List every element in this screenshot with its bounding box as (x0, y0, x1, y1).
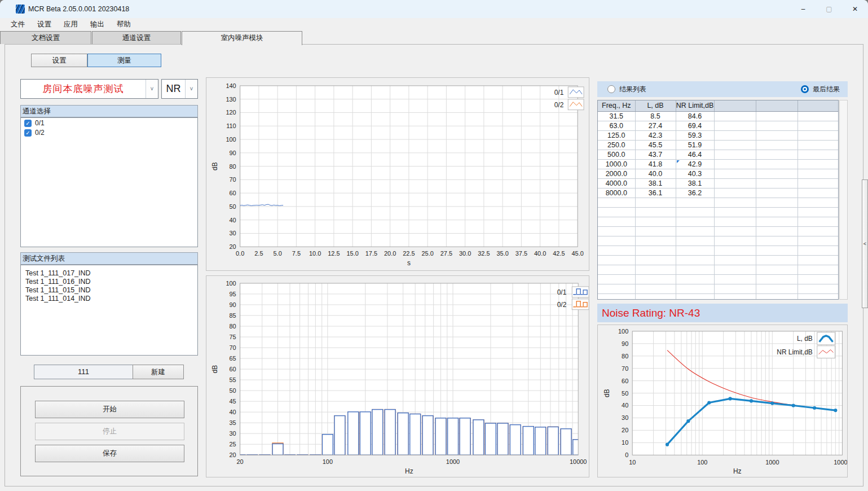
table-cell: 2000.0 (598, 169, 635, 178)
table-cell: 27.4 (635, 121, 676, 130)
table-cell (797, 150, 839, 159)
table-cell (714, 111, 756, 121)
svg-text:L, dB: L, dB (797, 335, 813, 343)
table-row-empty (598, 207, 839, 217)
table-cell (797, 130, 839, 140)
table-row[interactable]: 500.043.746.4 (598, 150, 839, 159)
svg-text:0/2: 0/2 (557, 301, 567, 309)
table-cell (635, 217, 676, 226)
table-cell: 59.3 (676, 130, 714, 140)
menu-item-1[interactable]: 设置 (31, 18, 58, 31)
test-type-combo[interactable]: 房间本底噪声测试 ˅ (20, 79, 158, 99)
table-cell (676, 284, 714, 293)
svg-text:30: 30 (229, 430, 236, 437)
collapse-panel-button[interactable]: < (862, 179, 868, 308)
checkbox-icon[interactable]: ✓ (24, 129, 32, 137)
save-button[interactable]: 保存 (35, 445, 184, 462)
file-item-0[interactable]: Test 1_111_017_IND (21, 269, 197, 277)
table-cell (676, 198, 714, 207)
menu-bar: 文件设置应用输出帮助 (0, 18, 868, 31)
chevron-down-icon[interactable]: ˅ (185, 80, 197, 98)
radio-last-result[interactable]: 最后结果 (801, 85, 840, 94)
file-item-2[interactable]: Test 1_111_015_IND (21, 286, 197, 294)
start-button[interactable]: 开始 (35, 401, 184, 418)
minimize-button[interactable]: – (790, 0, 816, 18)
table-row-empty (598, 226, 839, 236)
radio-off-icon[interactable] (607, 85, 615, 93)
svg-text:30.0: 30.0 (459, 250, 471, 257)
table-cell (756, 284, 797, 293)
svg-text:25: 25 (229, 441, 236, 448)
checkbox-icon[interactable]: ✓ (24, 120, 32, 127)
table-cell (797, 236, 839, 246)
table-row[interactable]: 31.58.584.6 (598, 111, 839, 121)
channel-list[interactable]: ✓0/1✓0/2 (20, 117, 198, 247)
file-item-3[interactable]: Test 1_111_014_IND (21, 294, 197, 303)
table-cell: 45.5 (635, 140, 676, 150)
test-name-input[interactable]: 111 (34, 365, 133, 379)
table-row[interactable]: 1000.041.842.9 (598, 159, 839, 169)
svg-text:40: 40 (622, 402, 628, 409)
table-cell (756, 111, 797, 121)
file-list[interactable]: Test 1_111_017_INDTest 1_111_016_INDTest… (20, 265, 198, 356)
file-item-1[interactable]: Test 1_111_016_IND (21, 277, 197, 286)
table-cell: 8000.0 (598, 188, 635, 198)
table-cell (635, 236, 676, 246)
table-cell (797, 178, 839, 188)
table-row[interactable]: 4000.038.138.1 (598, 178, 839, 188)
close-button[interactable]: ✕ (842, 0, 868, 18)
channel-item-0[interactable]: ✓0/1 (21, 118, 197, 128)
radio-on-icon[interactable] (801, 85, 809, 93)
tab-settings[interactable]: 设置 (31, 54, 87, 67)
menu-item-2[interactable]: 应用 (58, 18, 84, 31)
chevron-down-icon[interactable]: ˅ (146, 80, 158, 98)
table-cell (635, 246, 676, 255)
table-row[interactable]: 63.027.469.4 (598, 121, 839, 130)
table-row[interactable]: 125.042.359.3 (598, 130, 839, 140)
svg-text:0/1: 0/1 (554, 89, 564, 97)
tab-1[interactable]: 通道设置 (92, 31, 181, 44)
table-cell (797, 198, 839, 207)
table-cell (797, 111, 839, 121)
svg-text:20: 20 (236, 458, 243, 465)
table-scrollbar[interactable] (839, 100, 848, 300)
radio-result-list[interactable]: 结果列表 (607, 85, 646, 94)
table-row[interactable]: 2000.040.040.3 (598, 169, 839, 178)
table-row-empty (598, 236, 839, 246)
tab-2[interactable]: 室内噪声模块 (182, 31, 302, 45)
table-cell (635, 284, 676, 293)
results-table[interactable]: Freq., HzL, dBNR Limit,dB31.58.584.663.0… (597, 100, 839, 300)
svg-text:80: 80 (229, 323, 236, 330)
svg-text:100: 100 (618, 328, 628, 335)
table-cell (714, 226, 756, 236)
rating-combo[interactable]: NR ˅ (161, 79, 198, 99)
table-cell (797, 121, 839, 130)
table-cell (756, 236, 797, 246)
table-row-empty (598, 198, 839, 207)
maximize-button[interactable]: ▢ (816, 0, 842, 18)
svg-text:25.0: 25.0 (422, 250, 434, 257)
table-row[interactable]: 8000.036.136.2 (598, 188, 839, 198)
menu-item-3[interactable]: 输出 (84, 18, 111, 31)
new-button[interactable]: 新建 (133, 365, 184, 379)
table-cell (635, 255, 676, 265)
table-cell (676, 274, 714, 284)
app-logo-icon (16, 5, 25, 14)
svg-text:70: 70 (230, 176, 236, 183)
menu-item-4[interactable]: 帮助 (111, 18, 137, 31)
channel-item-1[interactable]: ✓0/2 (21, 128, 197, 137)
svg-text:22.5: 22.5 (403, 250, 415, 257)
table-cell (797, 207, 839, 217)
menu-item-0[interactable]: 文件 (5, 18, 31, 31)
table-header: L, dB (635, 100, 676, 111)
stop-button[interactable]: 停止 (35, 423, 184, 440)
table-row-empty (598, 284, 839, 293)
svg-text:7.5: 7.5 (292, 250, 301, 257)
svg-text:0/2: 0/2 (554, 101, 564, 109)
table-cell (676, 255, 714, 265)
svg-text:60: 60 (230, 190, 236, 196)
table-row[interactable]: 250.045.551.9 (598, 140, 839, 150)
tab-0[interactable]: 文档设置 (0, 31, 91, 44)
tab-measure[interactable]: 测量 (87, 54, 161, 67)
table-cell (756, 226, 797, 236)
